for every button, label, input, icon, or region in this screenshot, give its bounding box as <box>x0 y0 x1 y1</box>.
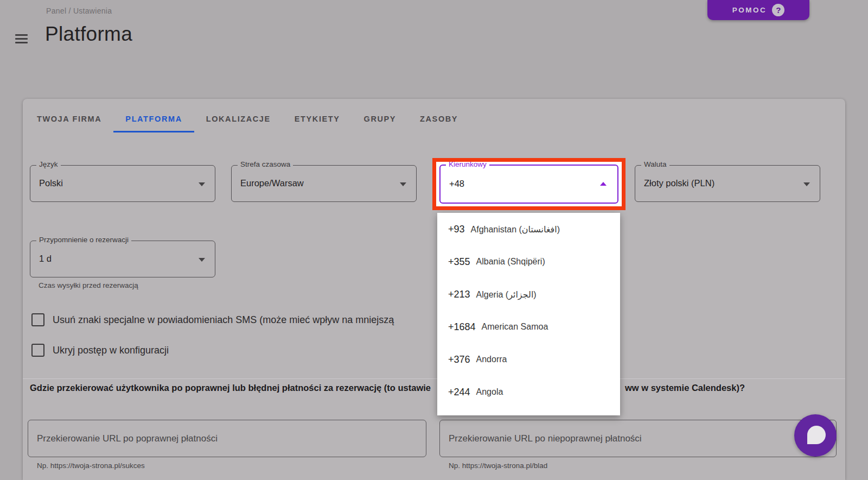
dial-code-value: +355 <box>448 256 470 268</box>
hide-setup-progress-checkbox-label[interactable]: Ukryj postęp w konfiguracji <box>53 345 169 356</box>
country-name: Andorra <box>476 355 507 364</box>
error-redirect-url-field <box>439 420 837 457</box>
chevron-down-icon <box>400 182 406 186</box>
sms-special-chars-checkbox-label[interactable]: Usuń znaki specjalne w powiadomieniach S… <box>53 314 437 326</box>
dial-code-value: +244 <box>448 387 470 398</box>
tab-zasoby[interactable]: ZASOBY <box>408 106 470 132</box>
page-title: Platforma <box>45 23 132 46</box>
dial-code-value: +93 <box>448 224 465 235</box>
sms-special-chars-checkbox[interactable] <box>31 313 44 326</box>
dial-code-option-angola[interactable]: +244 Angola <box>437 376 620 408</box>
dial-code-value: +213 <box>448 289 470 300</box>
success-redirect-url-input[interactable] <box>28 420 426 457</box>
tab-twoja-firma[interactable]: TWOJA FIRMA <box>25 106 113 132</box>
country-name: Afghanistan (افغانستان) <box>471 224 560 235</box>
dial-code-option-algeria[interactable]: +213 Algeria (الجزائر) <box>437 278 620 311</box>
dial-code-option-american-samoa[interactable]: +1684 American Samoa <box>437 311 620 343</box>
country-name: Angola <box>476 387 503 397</box>
success-redirect-url-helper: Np. https://twoja-strona.pl/sukces <box>37 462 145 470</box>
payment-redirect-question-right: ww w systemie Calendesk)? <box>625 383 745 393</box>
tab-lokalizacje[interactable]: LOKALIZACJE <box>194 106 283 132</box>
dial-code-option-afghanistan[interactable]: +93 Afghanistan (افغانستان) <box>437 213 620 245</box>
dial-code-value: +1684 <box>448 321 476 333</box>
dial-code-dropdown-menu: +93 Afghanistan (افغانستان) +355 Albania… <box>437 213 620 415</box>
currency-select[interactable]: Waluta Złoty polski (PLN) <box>635 165 820 202</box>
breadcrumb: Panel / Ustawienia <box>46 7 112 15</box>
language-select[interactable]: Język Polski <box>30 165 215 202</box>
dial-code-select-value: +48 <box>449 166 464 201</box>
timezone-select[interactable]: Strefa czasowa Europe/Warsaw <box>231 165 417 202</box>
error-redirect-url-input[interactable] <box>440 420 836 457</box>
dial-code-select[interactable]: Kierunkowy +48 <box>439 165 618 204</box>
error-redirect-url-helper: Np. https://twoja-strona.pl/blad <box>449 462 547 470</box>
dial-code-value: +376 <box>448 354 470 365</box>
settings-tab-bar: TWOJA FIRMA PLATFORMA LOKALIZACJE ETYKIE… <box>25 106 470 132</box>
currency-select-value: Złoty polski (PLN) <box>644 166 714 201</box>
help-button-label: POMOC <box>732 6 767 14</box>
booking-reminder-value: 1 d <box>39 241 52 276</box>
tab-grupy[interactable]: GRUPY <box>352 106 409 132</box>
payment-redirect-question-left: Gdzie przekierować użytkownika po popraw… <box>30 383 437 393</box>
dial-code-option-albania[interactable]: +355 Albania (Shqipëri) <box>437 245 620 278</box>
hamburger-menu-icon[interactable] <box>15 34 28 43</box>
booking-reminder-select[interactable]: Przypomnienie o rezerwacji 1 d <box>30 241 215 277</box>
question-mark-icon: ? <box>772 4 784 16</box>
language-select-value: Polski <box>39 166 63 201</box>
dial-code-option-andorra[interactable]: +376 Andorra <box>437 343 620 376</box>
country-name: American Samoa <box>482 322 548 332</box>
section-divider <box>23 378 845 379</box>
success-redirect-url-field <box>28 420 426 457</box>
chevron-down-icon <box>803 182 810 186</box>
tab-etykiety[interactable]: ETYKIETY <box>283 106 352 132</box>
booking-reminder-helper: Czas wysyłki przed rezerwacją <box>39 281 138 289</box>
tab-platforma[interactable]: PLATFORMA <box>113 106 194 132</box>
help-button[interactable]: POMOC ? <box>707 0 809 20</box>
chevron-up-icon <box>600 182 607 186</box>
chevron-down-icon <box>199 258 205 262</box>
country-name: Albania (Shqipëri) <box>476 257 545 267</box>
chat-bubble-icon <box>807 426 826 444</box>
chat-widget-button[interactable] <box>794 414 837 457</box>
chevron-down-icon <box>199 182 205 186</box>
hide-setup-progress-checkbox[interactable] <box>31 344 44 357</box>
country-name: Algeria (الجزائر) <box>476 289 537 300</box>
timezone-select-value: Europe/Warsaw <box>240 166 304 201</box>
